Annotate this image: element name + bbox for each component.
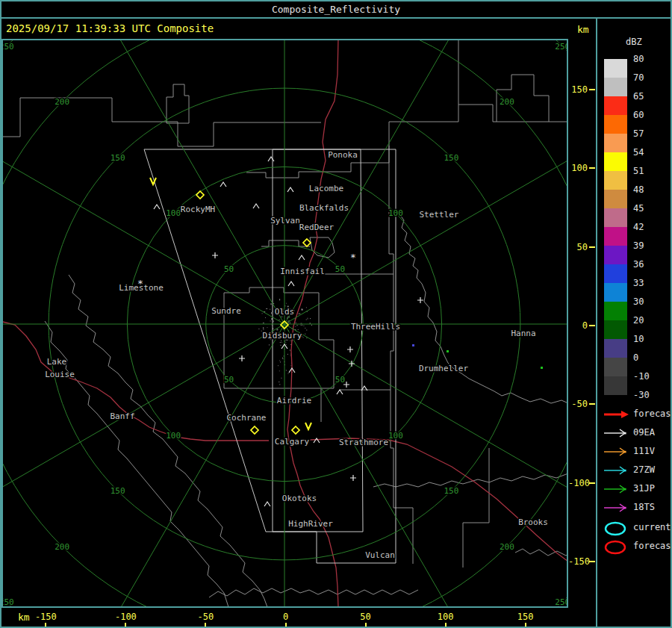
range-ring-label: 200 [55,97,69,107]
city-label: Ponoka [328,150,358,160]
city-label: Strathmore [339,438,388,447]
legend-arrow-icon [602,483,630,495]
right-axis-tick-mark [589,167,595,169]
city-label: Vulcan [365,550,395,560]
scale-boundary-label: 20 [633,315,644,326]
scale-boundary-label: 51 [633,166,644,176]
legend-row: forecast [602,538,671,556]
city-label: Sundre [211,306,241,316]
timestamp-label: 2025/09/17 11:39:33 UTC Composite [6,22,214,34]
city-label: Innisfail [280,267,325,276]
legend-arrow-icon [602,464,630,476]
bottom-distance-axis: km -150-100-50050100150 [1,609,596,628]
bottom-axis-tick-mark [445,623,447,627]
bottom-axis-tick-label: -50 [198,612,214,622]
range-ring-label: 150 [444,153,458,163]
city-label: Didsbury [263,331,302,341]
radar-viewer-window: Composite_Reflectivity 2025/09/17 11:39:… [0,0,672,628]
city-label: Stettler [420,210,459,220]
right-axis-tick-mark [589,246,595,248]
bottom-axis-tick-label: -100 [115,612,137,622]
scale-color-block [604,339,627,358]
range-ring-label: 50 [335,375,345,385]
city-label: HighRiver [288,519,333,529]
right-axis-tick-label: 150 [568,84,588,95]
city-label: Cochrane [227,413,267,423]
city-label: Lake [47,357,67,367]
legend-ellipse-label: current [633,522,671,532]
scale-color-block [604,171,627,190]
city-label: Brooks [518,517,548,527]
bottom-axis-tick-label: 150 [517,612,534,622]
legend-arrow-icon [602,446,630,458]
city-label: Airdrie [277,396,311,405]
city-label: Lacombe [309,184,343,193]
city-label: Olds [275,307,295,317]
range-ring-label: 150 [111,486,125,496]
city-label: Hanna [511,329,535,338]
precip-echo-pixel [447,350,449,352]
bottom-axis-tick-label: 100 [438,612,454,622]
right-axis-tick-mark [589,561,595,562]
legend-row: 09EA [602,426,671,441]
window-title: Composite_Reflectivity [1,1,671,17]
scale-color-block [604,59,627,78]
scale-boundary-label: 39 [633,240,644,251]
bottom-axis-tick-mark [205,623,206,627]
scale-boundary-label: 60 [633,110,644,120]
scale-boundary-label: 0 [633,352,638,363]
scale-color-block [604,78,627,96]
scale-title: dBZ [626,37,642,47]
scale-boundary-label: 54 [633,147,644,158]
right-axis-unit-label: km [577,24,589,35]
asterisk-marker-icon: * [137,278,143,289]
range-ring-label: 50 [335,264,345,274]
precip-echo-pixel [412,344,414,346]
range-ring-label: 200 [55,542,69,552]
range-ring-label: 100 [388,431,403,441]
legend-arrow-label: 27ZW [633,464,655,475]
city-label: Drumheller [419,364,469,373]
legend-arrow-label: 111V [633,446,655,456]
scale-boundary-label: 42 [633,222,644,232]
scale-color-block [604,152,627,171]
scale-color-block [604,246,627,264]
legend-arrow-label: 09EA [633,427,655,438]
scale-color-block [604,227,627,246]
range-ring-label: 100 [166,208,181,218]
legend-arrow-icon [602,502,630,514]
scale-color-block [604,302,627,320]
scale-color-block [604,134,627,152]
range-ring-label: 50 [224,264,234,274]
scale-color-block [604,376,627,395]
city-label: Banff [110,411,134,421]
scale-boundary-label: -30 [633,390,650,400]
range-ring-label: 100 [388,208,403,218]
range-ring-label: 150 [111,153,125,163]
scale-color-block [604,264,627,283]
legend-arrow-label: forecast [633,408,672,419]
right-axis-tick-mark [589,403,595,405]
bottom-axis-tick-label: 50 [360,612,370,622]
scale-color-block [604,320,627,339]
bottom-axis-tick-mark [365,623,367,627]
bottom-axis-tick-mark [525,623,526,627]
scale-boundary-label: -10 [633,371,650,382]
bottom-axis-tick-mark [125,623,126,627]
right-distance-axis: 150100500-50-100-150 [568,39,596,608]
scale-color-block [604,190,627,208]
right-axis-tick-label: 0 [568,320,588,331]
range-ring-label: 250 [555,42,568,52]
legend-row: 31JP [602,482,671,497]
scale-color-block [604,208,627,227]
legend-row: 27ZW [602,463,671,478]
bottom-axis-tick-label: -150 [35,612,57,622]
legend-arrow-label: 18TS [633,502,655,512]
right-axis-tick-label: -150 [568,556,588,567]
city-label: Louise [45,370,75,379]
right-axis-tick-label: 100 [568,163,588,173]
city-label: ThreeHills [351,322,400,332]
radar-map-canvas[interactable]: 5050505010010010010015015015015020020020… [1,39,568,608]
range-ring-label: 200 [500,542,514,552]
legend-ellipse-label: forecast [633,541,672,551]
